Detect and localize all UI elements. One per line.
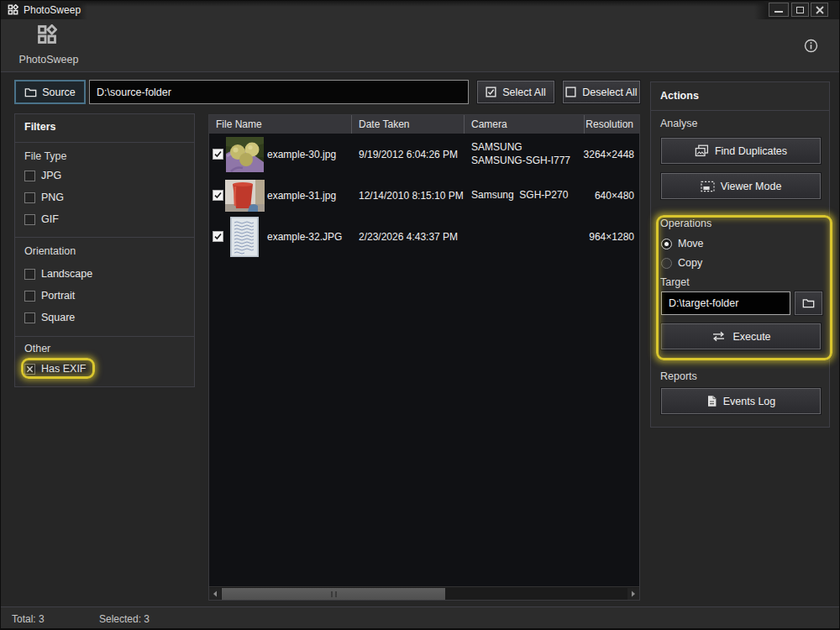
select-all-label: Select All [502, 87, 545, 98]
checkbox-icon [24, 214, 35, 225]
scroll-left-arrow[interactable] [209, 588, 221, 600]
thumbnail-fruits-in-gloved-hand [224, 134, 265, 175]
radio-unselected-icon [661, 258, 672, 269]
status-bar: Total: 3 Selected: 3 [0, 606, 840, 629]
column-header-camera[interactable]: Camera [465, 115, 585, 134]
window-top-edge [0, 0, 840, 7]
execute-button[interactable]: Execute [661, 323, 821, 349]
separator [651, 110, 829, 111]
swap-arrows-icon [711, 331, 727, 342]
window-title: PhotoSweep [24, 4, 81, 16]
unchecked-box-icon [565, 87, 576, 97]
other-label: Other [24, 343, 50, 354]
horizontal-scrollbar[interactable] [209, 586, 639, 600]
checkbox-icon [24, 269, 35, 280]
app-logo-label: PhotoSweep [18, 54, 79, 66]
deselect-all-label: Deselect All [582, 87, 637, 98]
filter-has-exif-label: Has EXIF [41, 363, 87, 375]
scrollbar-grip [335, 591, 337, 597]
selected-count: Selected: 3 [99, 613, 150, 625]
checkbox-icon [24, 291, 35, 302]
execute-label: Execute [732, 331, 770, 343]
deselect-all-button[interactable]: Deselect All [563, 81, 640, 103]
row-checkbox[interactable] [213, 149, 223, 160]
minimize-button[interactable] [769, 3, 789, 17]
row-checkbox[interactable] [213, 190, 223, 201]
folder-icon [24, 87, 37, 97]
move-radio[interactable]: Move [661, 238, 704, 249]
copy-radio[interactable]: Copy [661, 257, 702, 269]
browse-target-button[interactable] [795, 291, 822, 315]
source-button[interactable]: Source [14, 80, 86, 104]
document-icon [706, 395, 717, 407]
resolution: 3264×2448 [585, 134, 639, 175]
filter-png-checkbox[interactable]: PNG [24, 192, 64, 203]
resolution: 640×480 [585, 175, 639, 216]
checkbox-icon [24, 312, 35, 323]
column-header-file-name[interactable]: File Name [209, 115, 352, 134]
photosweep-window: { "window": { "title": "PhotoSweep" }, "… [0, 0, 840, 630]
checked-box-icon [486, 87, 496, 97]
source-path-input[interactable] [89, 80, 469, 104]
filter-portrait-checkbox[interactable]: Portrait [24, 290, 75, 302]
file-type-label: File Type [24, 150, 67, 162]
column-header-resolution[interactable]: Resolution [585, 115, 638, 134]
table-row[interactable]: example-30.jpg 9/19/2012 6:04:26 PM SAMS… [209, 134, 639, 175]
find-duplicates-label: Find Duplicates [715, 145, 787, 157]
resolution: 964×1280 [585, 216, 639, 257]
filter-landscape-checkbox[interactable]: Landscape [24, 268, 92, 280]
checkbox-icon [24, 192, 35, 203]
filter-gif-label: GIF [41, 213, 59, 225]
filters-title: Filters [24, 121, 56, 133]
separator [15, 237, 194, 238]
filter-square-checkbox[interactable]: Square [24, 312, 75, 323]
viewer-mode-label: Viewer Mode [721, 181, 782, 192]
thumbnail-handwritten-note [224, 216, 265, 257]
source-button-label: Source [42, 87, 76, 98]
file-name: example-32.JPG [267, 231, 342, 243]
row-checkbox[interactable] [213, 231, 223, 242]
file-name: example-31.jpg [267, 190, 336, 202]
target-path-input[interactable] [661, 291, 790, 315]
info-icon[interactable] [804, 39, 818, 53]
checkbox-icon [24, 171, 35, 181]
viewer-mode-button[interactable]: Viewer Mode [661, 173, 821, 199]
filter-portrait-label: Portrait [41, 290, 75, 302]
move-label: Move [678, 238, 704, 249]
camera [465, 216, 585, 257]
filter-square-label: Square [41, 312, 75, 323]
column-header-date-taken[interactable]: Date Taken [352, 115, 465, 134]
date-taken: 9/19/2012 6:04:26 PM [352, 134, 465, 175]
select-all-button[interactable]: Select All [477, 81, 554, 103]
scrollbar-thumb[interactable] [222, 588, 445, 600]
date-taken: 12/14/2010 8:15:10 PM [352, 175, 465, 216]
duplicates-icon [695, 144, 709, 157]
filter-jpg-checkbox[interactable]: JPG [24, 170, 61, 181]
date-taken: 2/23/2026 4:43:37 PM [352, 216, 465, 257]
filter-jpg-label: JPG [41, 170, 61, 181]
filter-landscape-label: Landscape [41, 268, 92, 280]
filter-png-label: PNG [41, 192, 64, 203]
filter-gif-checkbox[interactable]: GIF [24, 213, 59, 225]
reports-label: Reports [660, 370, 697, 382]
total-count: Total: 3 [12, 613, 45, 625]
file-table: File Name Date Taken Camera Resolution [208, 114, 640, 601]
orientation-label: Orientation [24, 245, 76, 257]
find-duplicates-button[interactable]: Find Duplicates [661, 138, 821, 164]
app-logo-icon [37, 24, 57, 45]
scroll-right-arrow[interactable] [627, 588, 639, 600]
filter-has-exif-checkbox[interactable]: Has EXIF [24, 363, 87, 375]
table-row[interactable]: example-31.jpg 12/14/2010 8:15:10 PM Sam… [209, 175, 639, 216]
analyse-label: Analyse [660, 118, 697, 129]
close-button[interactable] [811, 3, 828, 17]
operations-label: Operations [660, 218, 711, 229]
file-name: example-30.jpg [267, 149, 336, 160]
events-log-button[interactable]: Events Log [661, 388, 821, 414]
target-label: Target [660, 276, 690, 288]
separator [15, 336, 194, 337]
viewer-icon [701, 181, 715, 192]
events-log-label: Events Log [723, 396, 776, 407]
camera: Samsung SGH-P270 [465, 175, 585, 216]
maximize-button[interactable] [791, 3, 809, 17]
table-row[interactable]: example-32.JPG 2/23/2026 4:43:37 PM 964×… [209, 216, 639, 257]
